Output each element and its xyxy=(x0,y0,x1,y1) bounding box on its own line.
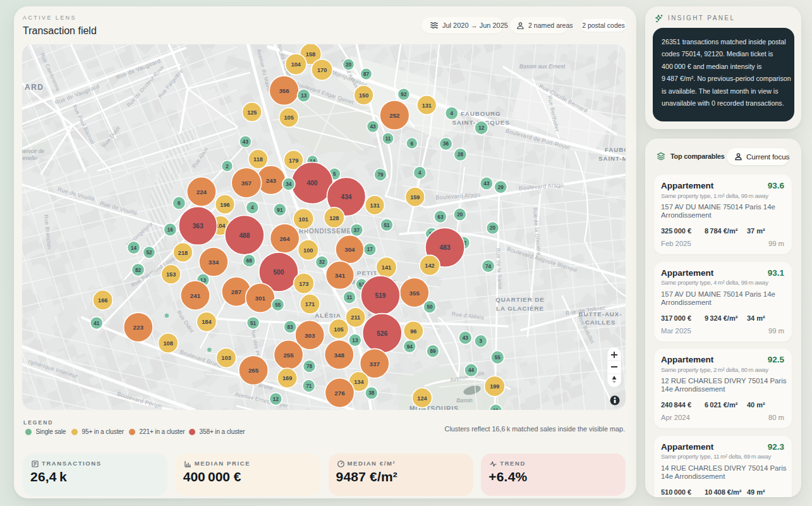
svg-text:128: 128 xyxy=(329,215,339,221)
svg-text:29: 29 xyxy=(498,185,504,190)
svg-text:50: 50 xyxy=(427,304,433,310)
svg-text:526: 526 xyxy=(377,330,387,337)
svg-text:43: 43 xyxy=(463,335,469,341)
svg-text:196: 196 xyxy=(220,202,229,208)
svg-text:4: 4 xyxy=(251,205,254,211)
svg-text:63: 63 xyxy=(437,214,444,220)
svg-text:5: 5 xyxy=(333,171,336,177)
svg-text:124: 124 xyxy=(417,395,427,402)
svg-text:6: 6 xyxy=(411,141,414,147)
svg-text:ALÉSIA: ALÉSIA xyxy=(315,312,341,319)
svg-text:87: 87 xyxy=(363,71,370,77)
svg-text:159: 159 xyxy=(410,194,420,201)
svg-text:223: 223 xyxy=(133,324,144,331)
svg-text:13: 13 xyxy=(352,338,358,343)
svg-text:483: 483 xyxy=(440,244,451,251)
svg-text:356: 356 xyxy=(279,87,289,94)
svg-text:CAILLES: CAILLES xyxy=(585,319,615,326)
svg-text:37: 37 xyxy=(354,228,360,233)
svg-text:363: 363 xyxy=(193,223,203,230)
svg-text:91: 91 xyxy=(277,207,283,213)
svg-text:74: 74 xyxy=(485,264,492,269)
svg-text:13: 13 xyxy=(301,93,307,99)
svg-text:38: 38 xyxy=(368,390,375,396)
svg-text:55: 55 xyxy=(275,302,281,308)
svg-text:173: 173 xyxy=(299,281,308,287)
svg-text:92: 92 xyxy=(401,92,407,97)
svg-text:500: 500 xyxy=(273,269,284,276)
svg-text:150: 150 xyxy=(359,92,368,99)
svg-text:519: 519 xyxy=(375,292,386,299)
svg-text:43: 43 xyxy=(370,124,376,130)
svg-text:218: 218 xyxy=(178,250,188,256)
svg-text:241: 241 xyxy=(190,292,201,299)
svg-text:43: 43 xyxy=(243,139,249,145)
svg-text:55: 55 xyxy=(495,355,501,361)
svg-text:renelle: renelle xyxy=(22,155,37,161)
svg-text:82: 82 xyxy=(135,268,142,273)
svg-text:LA GLACIÈRE: LA GLACIÈRE xyxy=(496,305,544,312)
svg-text:252: 252 xyxy=(389,112,400,119)
svg-text:20: 20 xyxy=(490,225,496,231)
svg-text:44: 44 xyxy=(468,367,475,373)
svg-text:243: 243 xyxy=(266,177,277,184)
svg-text:224: 224 xyxy=(197,188,207,195)
svg-text:105: 105 xyxy=(334,326,343,333)
svg-text:11: 11 xyxy=(493,408,499,410)
svg-text:94: 94 xyxy=(407,344,413,350)
svg-text:199: 199 xyxy=(490,383,499,390)
svg-text:83: 83 xyxy=(288,324,294,330)
svg-text:184: 184 xyxy=(202,319,212,325)
svg-text:105: 105 xyxy=(284,114,293,121)
svg-text:357: 357 xyxy=(241,180,252,187)
svg-text:264: 264 xyxy=(279,235,290,242)
svg-text:170: 170 xyxy=(317,67,327,73)
svg-text:337: 337 xyxy=(370,361,380,367)
svg-text:158: 158 xyxy=(306,51,315,58)
svg-text:11: 11 xyxy=(347,295,353,300)
svg-text:100: 100 xyxy=(303,247,313,254)
svg-text:12: 12 xyxy=(478,125,485,131)
svg-text:11: 11 xyxy=(385,136,391,142)
svg-text:301: 301 xyxy=(255,295,266,302)
svg-text:3: 3 xyxy=(480,338,483,344)
svg-text:142: 142 xyxy=(425,262,434,269)
svg-text:179: 179 xyxy=(289,157,298,164)
svg-text:125: 125 xyxy=(247,109,257,116)
svg-text:303: 303 xyxy=(305,332,315,339)
svg-text:211: 211 xyxy=(351,314,360,321)
svg-text:265: 265 xyxy=(248,367,259,374)
svg-text:96: 96 xyxy=(410,328,416,335)
svg-text:355: 355 xyxy=(409,290,420,297)
svg-text:171: 171 xyxy=(305,301,315,307)
svg-text:131: 131 xyxy=(370,202,379,209)
svg-text:34: 34 xyxy=(286,182,292,187)
svg-text:488: 488 xyxy=(239,232,250,239)
svg-text:89: 89 xyxy=(430,349,436,354)
svg-text:104: 104 xyxy=(291,61,301,68)
svg-text:servoir de: servoir de xyxy=(22,148,45,154)
svg-text:14: 14 xyxy=(131,245,137,251)
svg-text:FAUBOURG: FAUBOURG xyxy=(605,146,626,153)
svg-text:287: 287 xyxy=(231,288,242,295)
svg-text:169: 169 xyxy=(282,375,292,381)
svg-text:2: 2 xyxy=(226,164,229,170)
svg-text:12: 12 xyxy=(273,397,279,402)
svg-text:400: 400 xyxy=(307,180,318,187)
svg-text:103: 103 xyxy=(221,355,231,361)
svg-text:43: 43 xyxy=(483,181,490,187)
svg-text:108: 108 xyxy=(163,340,173,347)
svg-text:20: 20 xyxy=(457,212,463,218)
svg-text:78: 78 xyxy=(306,364,313,369)
svg-text:BUTTE-AUX-: BUTTE-AUX- xyxy=(579,311,622,318)
svg-text:348: 348 xyxy=(334,352,345,359)
svg-text:17: 17 xyxy=(367,247,373,252)
svg-text:41: 41 xyxy=(94,321,100,326)
svg-text:118: 118 xyxy=(253,156,263,163)
svg-text:28: 28 xyxy=(458,152,464,157)
svg-text:255: 255 xyxy=(283,352,294,359)
svg-text:304: 304 xyxy=(344,246,355,253)
svg-text:36: 36 xyxy=(443,141,449,147)
svg-text:71: 71 xyxy=(306,383,312,389)
svg-text:20: 20 xyxy=(346,62,352,68)
